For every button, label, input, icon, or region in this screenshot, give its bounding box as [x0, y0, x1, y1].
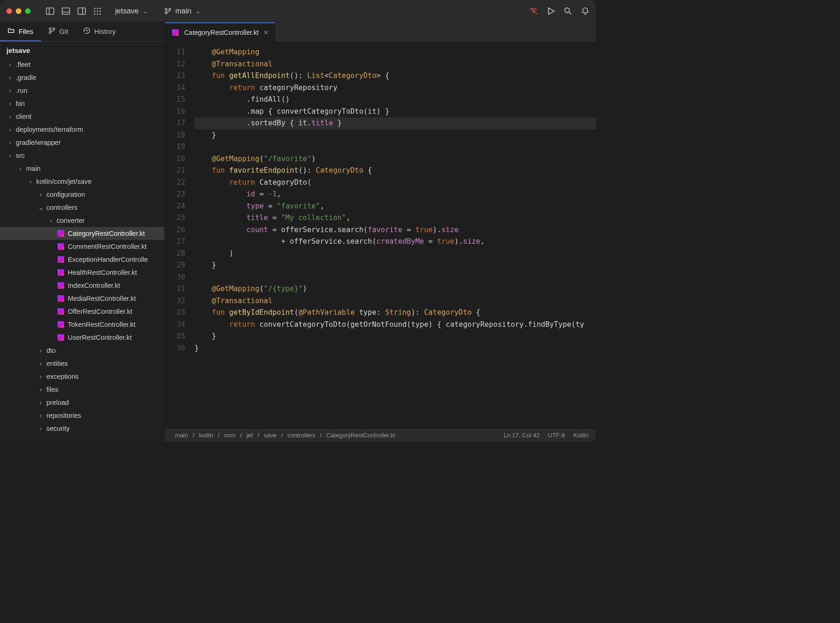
chevron-right-icon: › [38, 360, 44, 367]
code-line[interactable]: @GetMapping [194, 46, 596, 58]
line-number: 26 [165, 224, 185, 236]
code-line[interactable]: } [194, 260, 596, 272]
tree-file[interactable]: CategoryRestController.kt [0, 227, 164, 240]
breadcrumb-segment[interactable]: main [175, 432, 188, 439]
project-root-label[interactable]: jetsave [0, 42, 164, 58]
minimize-window-button[interactable] [16, 8, 21, 14]
code-line[interactable]: fun favoriteEndpoint(): CategoryDto { [194, 165, 596, 177]
branch-selector[interactable]: main ⌄ [164, 6, 201, 15]
tree-folder[interactable]: ›bin [0, 97, 164, 110]
tree-file[interactable]: TokenRestController.kt [0, 318, 164, 331]
code-line[interactable]: return categoryRepository [194, 82, 596, 94]
tree-file[interactable]: IndexController.kt [0, 279, 164, 292]
breadcrumb-segment[interactable]: jet [246, 432, 253, 439]
line-number: 21 [165, 165, 185, 177]
tree-folder[interactable]: ›configuration [0, 188, 164, 201]
close-icon[interactable]: ✕ [263, 29, 269, 36]
tree-folder[interactable]: ›exceptions [0, 370, 164, 383]
project-selector[interactable]: jetsave ⌄ [115, 6, 149, 15]
tree-folder[interactable]: ›.fleet [0, 58, 164, 71]
sidebar-tab-history[interactable]: History [76, 22, 123, 41]
bell-icon[interactable] [581, 7, 589, 15]
tree-folder[interactable]: ›files [0, 383, 164, 396]
maximize-window-button[interactable] [25, 8, 31, 14]
tree-file[interactable]: OfferRestController.kt [0, 305, 164, 318]
code-line[interactable]: .map { convertCategoryToDto(it) } [194, 106, 596, 118]
code-line[interactable]: ) [194, 248, 596, 260]
editor-tab[interactable]: CategoryRestController.kt ✕ [165, 22, 275, 42]
code-line[interactable]: fun getByIdEndpoint(@PathVariable type: … [194, 307, 596, 319]
tree-folder[interactable]: ›main [0, 162, 164, 175]
panel-right-icon[interactable] [76, 6, 87, 17]
code-line[interactable]: type = "favorite", [194, 201, 596, 213]
tree-folder[interactable]: ›.gradle [0, 71, 164, 84]
code-line[interactable] [194, 272, 596, 284]
tree-file[interactable]: MediaRestController.kt [0, 292, 164, 305]
encoding-label[interactable]: UTF-8 [548, 432, 565, 439]
code-line[interactable] [194, 141, 596, 153]
tree-folder[interactable]: ›repositories [0, 409, 164, 422]
breadcrumb-separator: / [218, 432, 220, 439]
tree-folder[interactable]: ›gradle/wrapper [0, 136, 164, 149]
tree-folder[interactable]: ›entities [0, 357, 164, 370]
language-label[interactable]: Kotlin [573, 432, 588, 439]
file-tree[interactable]: ›.fleet›.gradle›.run›bin›client›deployme… [0, 58, 164, 441]
tree-folder[interactable]: ⌄controllers [0, 201, 164, 214]
tree-item-label: converter [57, 217, 84, 224]
code-line[interactable]: @Transactional [194, 58, 596, 71]
tree-file[interactable]: UserRestController.kt [0, 331, 164, 344]
offline-icon[interactable] [529, 6, 538, 16]
grid-menu-icon[interactable] [92, 6, 103, 17]
code-line[interactable]: } [194, 331, 596, 343]
caret-position-label[interactable]: Ln 17, Col 42 [504, 432, 539, 439]
code-content[interactable]: @GetMapping @Transactional fun getAllEnd… [190, 42, 596, 428]
code-line[interactable]: .sortedBy { it.title } [194, 117, 596, 130]
tree-folder[interactable]: ›preload [0, 396, 164, 409]
tree-item-label: repositories [46, 412, 81, 419]
tree-folder[interactable]: ›.run [0, 84, 164, 97]
tree-folder[interactable]: ›src [0, 149, 164, 162]
kotlin-file-icon [57, 334, 65, 341]
breadcrumb-segment[interactable]: CategoryRestController.kt [326, 432, 395, 439]
code-line[interactable]: @Transactional [194, 295, 596, 307]
chevron-right-icon: › [38, 412, 44, 419]
tree-file[interactable]: ExceptionHandlerControlle [0, 253, 164, 266]
code-line[interactable]: title = "My collection", [194, 212, 596, 224]
breadcrumb-segment[interactable]: kotlin [199, 432, 213, 439]
tree-item-label: client [16, 113, 32, 120]
svg-point-22 [49, 28, 51, 30]
breadcrumb-segment[interactable]: com [224, 432, 236, 439]
breadcrumb-segment[interactable]: save [264, 432, 276, 439]
sidebar-tab-files[interactable]: Files [0, 22, 41, 41]
code-editor[interactable]: 1112131415161718192021222324252627282930… [165, 42, 596, 428]
tree-folder[interactable]: ›dto [0, 344, 164, 357]
code-line[interactable]: } [194, 130, 596, 142]
breadcrumb[interactable]: main/kotlin/com/jet/save/controllers/Cat… [175, 432, 395, 439]
panel-bottom-icon[interactable] [60, 6, 71, 17]
code-line[interactable]: } [194, 343, 596, 355]
tree-folder[interactable]: ›converter [0, 214, 164, 227]
tree-folder[interactable]: ›deployments/terraform [0, 123, 164, 136]
sidebar: FilesGitHistory jetsave ›.fleet›.gradle›… [0, 22, 165, 441]
code-line[interactable]: + offerService.search(createdByMe = true… [194, 236, 596, 248]
panel-left-icon[interactable] [45, 6, 56, 17]
code-line[interactable]: .findAll() [194, 94, 596, 106]
code-line[interactable]: return CategoryDto( [194, 177, 596, 189]
code-line[interactable]: @GetMapping("/{type}") [194, 283, 596, 295]
close-window-button[interactable] [6, 8, 12, 14]
code-line[interactable]: fun getAllEndpoint(): List<CategoryDto> … [194, 70, 596, 82]
breadcrumb-segment[interactable]: controllers [287, 432, 315, 439]
tree-folder[interactable]: ›client [0, 110, 164, 123]
tree-folder[interactable]: ›kotlin/com/jet/save [0, 175, 164, 188]
run-icon[interactable] [547, 7, 555, 15]
tree-item-label: gradle/wrapper [16, 139, 61, 146]
code-line[interactable]: @GetMapping("/favorite") [194, 153, 596, 165]
sidebar-tab-git[interactable]: Git [41, 22, 76, 41]
search-icon[interactable] [563, 6, 573, 16]
code-line[interactable]: return convertCategoryToDto(getOrNotFoun… [194, 319, 596, 331]
code-line[interactable]: id = -1, [194, 188, 596, 201]
tree-file[interactable]: CommentRestController.kt [0, 240, 164, 253]
tree-file[interactable]: HealthRestController.kt [0, 266, 164, 279]
code-line[interactable]: count = offerService.search(favorite = t… [194, 224, 596, 236]
tree-folder[interactable]: ›security [0, 422, 164, 435]
